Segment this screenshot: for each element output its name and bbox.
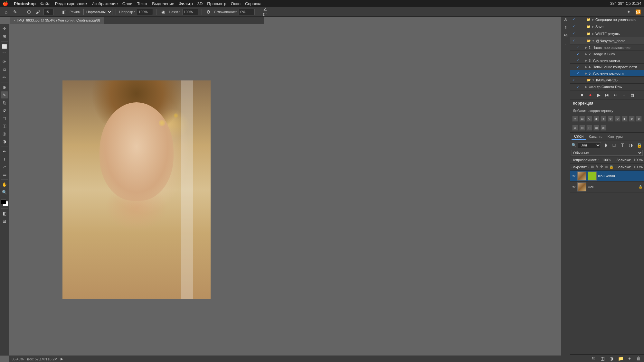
layers-adjust[interactable]: ◑	[627, 142, 634, 149]
menu-filter[interactable]: Фильтр	[179, 1, 193, 6]
text-tool[interactable]: T	[1, 155, 8, 162]
paragraph-icon[interactable]: ¶	[562, 24, 569, 31]
brush-tool[interactable]: ✎	[1, 91, 8, 98]
channel-mixer-icon[interactable]: ⊗	[636, 116, 642, 122]
dodge-tool[interactable]: ◑	[1, 138, 8, 145]
healing-brush[interactable]: ⊕	[1, 84, 8, 91]
tab-channels[interactable]: Каналы	[586, 134, 605, 140]
lock-position[interactable]: ✛	[600, 164, 603, 170]
layers-lock[interactable]: 🔒	[636, 142, 643, 149]
toggle-options[interactable]: ⬡	[25, 8, 33, 15]
selective-color-icon[interactable]: ⊠	[601, 125, 606, 131]
pen-tool[interactable]: ✒	[1, 148, 8, 155]
lock-all[interactable]: 🔒	[609, 164, 614, 170]
action-item-camera-raw[interactable]: ✓ ▶ Фильтр Camera Raw	[570, 84, 644, 90]
menu-edit[interactable]: Редактирование	[55, 1, 87, 6]
char-style-icon[interactable]: Aa	[562, 32, 569, 39]
photo-filter-icon[interactable]: ⊕	[629, 116, 635, 122]
layer-eye-2[interactable]: 👁	[572, 185, 576, 189]
gradient-map-icon[interactable]: ▦	[593, 125, 599, 131]
curves-icon[interactable]: ∿	[586, 116, 592, 122]
document-tab[interactable]: × IMG_6633.jpg @ 35,4% (Фон копия, Слой-…	[10, 17, 104, 24]
menu-help[interactable]: Справка	[245, 1, 261, 6]
menu-layers[interactable]: Слои	[122, 1, 133, 6]
move-tool[interactable]: ✛	[1, 25, 8, 32]
layers-filter-icon[interactable]: ⧫	[602, 142, 609, 149]
symmetry-options[interactable]: ✦	[625, 8, 632, 15]
action-group-nasyrova-header[interactable]: ✓ 📂 ▼ @Nasyrova_photo	[570, 37, 644, 44]
action-item-4[interactable]: ✓ ▶ 4. Повышение контрастности	[570, 64, 644, 70]
layer-item-fon-kopiya[interactable]: 👁 Фон копия	[570, 171, 644, 181]
marquee-tool[interactable]: ⬜	[1, 43, 8, 50]
loop-button[interactable]: ↩	[613, 92, 619, 98]
threshold-icon[interactable]: ⊓	[586, 125, 592, 131]
layers-filter-select[interactable]: Вид	[578, 142, 601, 148]
new-action-button[interactable]: +	[621, 92, 627, 98]
brush-mode-toggle[interactable]: ◧	[61, 8, 68, 15]
clone-stamp[interactable]: ⎘	[1, 99, 8, 106]
opacity-value[interactable]: 100%	[602, 158, 611, 162]
lock-image[interactable]: ✎	[595, 164, 599, 170]
blend-mode[interactable]: Обычные	[572, 150, 643, 156]
smooth-input[interactable]	[239, 9, 255, 15]
layer-mask-button[interactable]: ◫	[599, 355, 606, 362]
color-swatches[interactable]	[1, 199, 8, 206]
eraser-tool[interactable]: ◻	[1, 115, 8, 122]
invert-icon[interactable]: ⊘	[572, 125, 578, 131]
home-button[interactable]: ⌂	[3, 8, 10, 15]
layers-new-group[interactable]: □	[611, 142, 618, 149]
lasso-tool[interactable]: ⌒	[1, 51, 8, 58]
action-group-save-header[interactable]: ✓ 📁 ▶ Save	[570, 23, 644, 30]
layer-group-button[interactable]: 📁	[617, 355, 624, 362]
more-icon[interactable]: ⋮	[562, 39, 569, 46]
layer-eye-1[interactable]: 👁	[572, 174, 576, 178]
menu-photoshop[interactable]: Photoshop	[14, 1, 36, 6]
menu-image[interactable]: Изображение	[91, 1, 118, 6]
menu-file[interactable]: Файл	[40, 1, 51, 6]
brush-preset[interactable]: 🖌	[34, 8, 42, 15]
action-group-kamera-header[interactable]: ✓ 📂 ▼ КАМЕРАРОВ	[570, 77, 644, 84]
vibrance-icon[interactable]: ◈	[601, 116, 606, 122]
record-button[interactable]: ●	[588, 92, 593, 98]
artboard-tool[interactable]: ⊞	[1, 33, 8, 40]
brush-size-input[interactable]	[43, 9, 54, 15]
action-group-default-header[interactable]: ✓ 📁 ▶ Операции по умолчанию	[570, 16, 644, 23]
layer-item-fon[interactable]: 👁 Фон 🔒	[570, 181, 644, 192]
posterize-icon[interactable]: ▥	[579, 125, 585, 131]
eyedropper-tool[interactable]: ✏	[1, 74, 8, 81]
skip-forward-button[interactable]: ⏭	[604, 92, 610, 98]
action-item-3[interactable]: ✓ ▶ 3. Усиление светов	[570, 57, 644, 64]
brush-tool-options[interactable]: ✎	[12, 8, 19, 15]
stop-button[interactable]: ■	[579, 92, 585, 98]
apple-logo[interactable]: 🍎	[3, 1, 8, 6]
bw-icon[interactable]: ◧	[622, 116, 628, 122]
angle-input[interactable]: ∠ 0°	[261, 8, 269, 15]
brush-settings[interactable]: 🔁	[634, 8, 641, 15]
menu-3d[interactable]: 3D	[197, 1, 203, 6]
fill-value2[interactable]: 100%	[634, 165, 643, 169]
menu-window[interactable]: Окно	[231, 1, 241, 6]
levels-icon[interactable]: ▤	[579, 116, 585, 122]
fill-value[interactable]: 100%	[634, 158, 643, 162]
pressure-input[interactable]	[182, 9, 198, 15]
tab-paths[interactable]: Контуры	[605, 134, 625, 140]
crop-tool[interactable]: ⧈	[1, 66, 8, 73]
layers-text[interactable]: T	[619, 142, 626, 149]
quick-select-tool[interactable]: ⟳	[1, 58, 8, 65]
color-balance-icon[interactable]: ⊖	[615, 116, 620, 122]
adjustment-layer-button[interactable]: ◑	[608, 355, 615, 362]
hsl-icon[interactable]: ⊛	[608, 116, 613, 122]
new-layer-button[interactable]: +	[626, 355, 633, 362]
hand-tool[interactable]: ✋	[1, 181, 8, 188]
airbrush-toggle[interactable]: ◉	[160, 8, 167, 15]
action-item-5[interactable]: ✓ ▶ 5. Усиление резкости	[570, 70, 644, 77]
exposure-icon[interactable]: ◑	[593, 116, 599, 122]
tab-layers[interactable]: Слои	[572, 134, 586, 140]
shape-tool[interactable]: ▭	[1, 171, 8, 178]
menu-select[interactable]: Выделение	[152, 1, 174, 6]
path-select-tool[interactable]: ↗	[1, 163, 8, 170]
quick-mask-mode[interactable]: ◧	[1, 210, 8, 217]
delete-action-button[interactable]: 🗑	[630, 92, 635, 98]
doc-tab-close[interactable]: ×	[14, 19, 15, 22]
menu-text[interactable]: Текст	[137, 1, 147, 6]
